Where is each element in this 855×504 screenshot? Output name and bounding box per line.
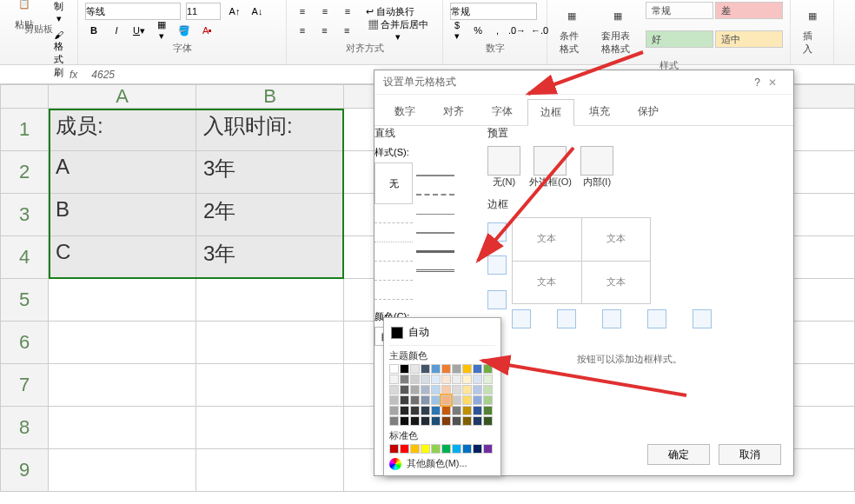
theme-color-swatch[interactable] (389, 395, 399, 405)
theme-color-swatch[interactable] (483, 364, 493, 374)
percent-button[interactable]: % (469, 22, 487, 39)
font-family-select[interactable] (85, 3, 181, 20)
theme-color-swatch[interactable] (473, 395, 482, 405)
cell[interactable] (196, 279, 344, 322)
standard-color-swatch[interactable] (441, 444, 451, 454)
standard-color-swatch[interactable] (483, 444, 493, 454)
theme-color-swatch[interactable] (452, 385, 461, 395)
theme-color-swatch[interactable] (483, 406, 493, 415)
cell[interactable] (196, 322, 344, 364)
theme-color-swatch[interactable] (389, 406, 399, 415)
cancel-button[interactable]: 取消 (719, 444, 781, 465)
preset-none-button[interactable] (487, 146, 520, 176)
theme-color-swatch[interactable] (431, 416, 441, 426)
dialog-tab-4[interactable]: 填充 (576, 98, 623, 125)
align-bottom-button[interactable]: ≡ (339, 3, 356, 20)
cell[interactable]: 3年 (196, 236, 344, 279)
dialog-tab-1[interactable]: 对齐 (430, 98, 477, 125)
theme-color-swatch[interactable] (410, 364, 420, 374)
select-all-corner[interactable] (0, 84, 49, 109)
currency-button[interactable]: $ ▾ (450, 22, 464, 39)
underline-button[interactable]: U ▾ (130, 22, 148, 39)
line-style-option[interactable] (416, 220, 454, 234)
theme-color-swatch[interactable] (400, 364, 409, 374)
theme-color-swatch[interactable] (441, 406, 451, 415)
align-right-button[interactable]: ≡ (338, 22, 355, 39)
cell[interactable]: 3年 (196, 151, 344, 194)
close-icon[interactable]: ✕ (760, 76, 785, 89)
decrease-font-button[interactable]: A↓ (249, 3, 266, 20)
border-right-button[interactable] (647, 309, 666, 328)
theme-color-swatch[interactable] (410, 385, 420, 395)
more-colors-option[interactable]: 其他颜色(M)... (389, 454, 495, 470)
style-normal[interactable]: 常规 (646, 2, 713, 19)
theme-color-swatch[interactable] (421, 416, 430, 426)
line-style-option[interactable] (416, 182, 454, 196)
theme-color-swatch[interactable] (483, 375, 493, 384)
theme-color-swatch[interactable] (483, 395, 493, 405)
dialog-tab-5[interactable]: 保护 (625, 98, 672, 125)
line-style-option[interactable] (416, 162, 454, 176)
cell[interactable]: A (49, 151, 196, 194)
format-as-table-button[interactable]: ▦套用表格格式 (596, 2, 639, 57)
line-style-option[interactable] (416, 201, 454, 215)
theme-color-swatch[interactable] (441, 375, 451, 384)
increase-decimal-button[interactable]: .0→ (508, 22, 526, 39)
style-neutral[interactable]: 适中 (715, 30, 783, 48)
theme-color-swatch[interactable] (462, 416, 472, 426)
theme-color-swatch[interactable] (431, 375, 441, 384)
theme-color-swatch[interactable] (473, 375, 482, 384)
theme-color-swatch[interactable] (462, 406, 472, 415)
border-middle-h-button[interactable] (487, 255, 507, 275)
theme-color-swatch[interactable] (441, 416, 451, 426)
style-good[interactable]: 好 (646, 30, 713, 48)
fx-icon[interactable]: fx (61, 69, 86, 81)
row-header[interactable]: 8 (0, 407, 49, 449)
theme-color-swatch[interactable] (462, 385, 472, 395)
theme-color-swatch[interactable] (421, 375, 430, 384)
theme-color-swatch[interactable] (431, 395, 441, 405)
insert-button[interactable]: ▦插入 (798, 2, 826, 57)
theme-color-swatch[interactable] (410, 416, 420, 426)
standard-color-swatch[interactable] (410, 444, 420, 454)
cell[interactable] (49, 322, 196, 364)
line-style-option[interactable] (374, 209, 413, 223)
border-diag-down-button[interactable] (693, 309, 712, 328)
line-style-option[interactable] (374, 229, 413, 242)
theme-color-swatch[interactable] (389, 375, 399, 384)
border-bottom-button[interactable] (487, 290, 507, 309)
row-header[interactable]: 2 (0, 151, 49, 194)
cell[interactable]: 成员: (49, 109, 196, 151)
theme-color-swatch[interactable] (431, 385, 441, 395)
theme-color-swatch[interactable] (441, 364, 451, 374)
cell[interactable] (49, 364, 196, 407)
align-top-button[interactable]: ≡ (294, 3, 311, 20)
standard-color-swatch[interactable] (421, 444, 430, 454)
theme-color-swatch[interactable] (410, 406, 420, 415)
standard-color-swatch[interactable] (389, 444, 399, 454)
cell[interactable] (196, 449, 344, 492)
theme-color-swatch[interactable] (462, 395, 472, 405)
theme-color-swatch[interactable] (431, 364, 441, 374)
cell[interactable] (196, 407, 344, 449)
column-header[interactable]: B (196, 84, 344, 109)
theme-color-swatch[interactable] (389, 364, 399, 374)
row-header[interactable]: 4 (0, 236, 49, 279)
theme-color-swatch[interactable] (473, 406, 482, 415)
theme-color-swatch[interactable] (400, 406, 409, 415)
conditional-format-button[interactable]: ▦条件格式 (554, 2, 589, 57)
theme-color-swatch[interactable] (421, 364, 430, 374)
theme-color-swatch[interactable] (452, 375, 461, 384)
border-left-button[interactable] (557, 309, 576, 328)
theme-color-swatch[interactable] (410, 395, 420, 405)
theme-color-swatch[interactable] (483, 416, 493, 426)
standard-color-swatch[interactable] (462, 444, 472, 454)
cell[interactable] (49, 407, 196, 449)
dialog-tab-3[interactable]: 边框 (527, 99, 574, 126)
preset-outline-button[interactable] (534, 146, 567, 176)
line-style-option[interactable] (416, 239, 454, 253)
theme-color-swatch[interactable] (473, 364, 482, 374)
row-header[interactable]: 5 (0, 279, 49, 322)
theme-color-swatch[interactable] (400, 385, 409, 395)
theme-color-swatch[interactable] (410, 375, 420, 384)
